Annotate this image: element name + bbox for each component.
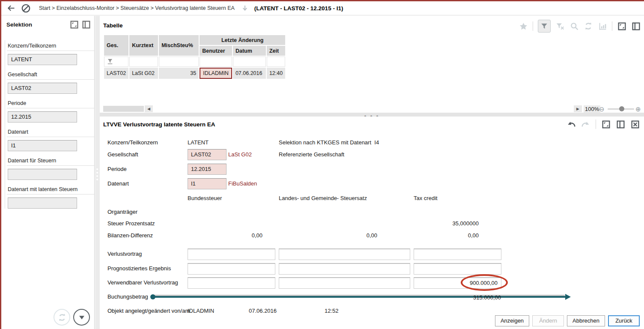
zoom-slider-thumb[interactable] xyxy=(619,106,624,111)
field-gesellschaft: Gesellschaft LAST02 xyxy=(7,72,94,94)
filter-cell-benutzer[interactable] xyxy=(200,57,232,67)
horizontal-scroll-row: ◀ ▶ 100% ⊖ ⊕ xyxy=(103,105,641,113)
konzern-input[interactable]: LATENT xyxy=(8,54,77,65)
periode-input[interactable]: 12.2015 xyxy=(188,164,227,175)
objekt-user: IDLADMIN xyxy=(188,307,214,315)
column-header-mischsteu[interactable]: MischSteu% xyxy=(159,35,199,56)
column-landes-gemeinde: Landes- und Gemeinde- Steuersatz xyxy=(279,194,367,202)
expand-icon[interactable] xyxy=(617,21,626,31)
verwendbar-input-1[interactable] xyxy=(188,277,275,289)
application-window: Start > Einzelabschluss-Monitor > Steuer… xyxy=(0,0,644,329)
bilanz-bundessteuer-value: 0,00 xyxy=(188,232,262,239)
detail-row-organtraeger: Organträger xyxy=(100,208,644,216)
detail-panel-title: LTVVE Verlustvortrag latente Steuern EA xyxy=(103,121,215,128)
undo-icon[interactable] xyxy=(566,120,576,129)
detail-row-konzern: Konzern/Teilkonzern LATENT Selektion nac… xyxy=(100,137,644,148)
field-konzern: Konzern/Teilkonzern LATENT xyxy=(7,43,94,65)
periode-input[interactable]: 12.2015 xyxy=(8,111,77,123)
verlustvortrag-input-1[interactable] xyxy=(188,248,275,260)
verlustvortrag-input-2[interactable] xyxy=(279,248,410,260)
vertical-splitter[interactable] xyxy=(95,16,100,329)
refresh-icon[interactable] xyxy=(584,21,593,31)
datenart-input[interactable]: I1 xyxy=(188,178,227,189)
block-icon[interactable] xyxy=(20,3,31,14)
field-label: Periode xyxy=(7,100,94,108)
scrollbar-thumb[interactable] xyxy=(103,106,144,112)
detail-toolbar xyxy=(566,120,640,129)
table-row[interactable]: LAST02 LaSt G02 35 IDLADMIN 07.06.2016 1… xyxy=(104,68,285,79)
column-bundessteuer: Bundessteuer xyxy=(188,194,222,202)
column-header-datum[interactable]: Datum xyxy=(233,46,266,56)
gesellschaft-description: LaSt G02 xyxy=(228,149,252,160)
column-header-kurztext[interactable]: Kurztext xyxy=(129,35,158,56)
panel-layout-icon[interactable] xyxy=(82,20,91,29)
zurueck-button[interactable]: Zurück xyxy=(608,315,640,326)
detail-row-verwendbar: Verwendbarer Verlustvortrag 900.000,00 xyxy=(100,277,644,289)
anzeigen-button[interactable]: Anzeigen xyxy=(495,315,529,326)
detail-row-objekt: Objekt angelegt/geändert von/am IDLADMIN… xyxy=(100,307,644,315)
toolbar-separator xyxy=(596,120,596,129)
column-group-letzte-aenderung[interactable]: Letzte Änderung xyxy=(200,35,285,45)
refresh-circle-icon[interactable] xyxy=(54,309,70,326)
datenart-latente-input[interactable] xyxy=(8,197,77,209)
scroll-right-icon[interactable]: ▶ xyxy=(574,105,582,112)
prognose-input-1[interactable] xyxy=(188,263,275,275)
verlustvortrag-input-3[interactable] xyxy=(414,248,501,260)
cell-ges[interactable]: LAST02 xyxy=(104,68,128,79)
zoom-in-icon[interactable]: ⊕ xyxy=(635,105,641,113)
close-icon[interactable] xyxy=(630,120,640,129)
detail-row-bilanz: Bilanzen-Differenz 0,00 0,00 0,00 xyxy=(100,232,644,239)
objekt-time: 12:52 xyxy=(325,307,339,315)
breadcrumb[interactable]: Start > Einzelabschluss-Monitor > Steuer… xyxy=(39,5,235,11)
zoom-out-icon[interactable]: ⊖ xyxy=(599,105,605,113)
expand-icon[interactable] xyxy=(70,20,79,29)
gesellschaft-input[interactable]: LAST02 xyxy=(188,149,227,160)
filter-cell-ges[interactable] xyxy=(104,57,128,67)
column-header-zeit[interactable]: Zeit xyxy=(267,46,285,56)
down-circle-icon[interactable] xyxy=(73,309,90,326)
detail-row-prognose: Prognostiziertes Ergebnis xyxy=(100,263,644,275)
chart-icon[interactable] xyxy=(598,21,607,31)
cell-datum[interactable]: 07.06.2016 xyxy=(233,68,266,79)
filter-cell-kurztext[interactable] xyxy=(129,57,158,67)
datenart-steuern-input[interactable] xyxy=(8,169,77,180)
gesellschaft-input[interactable]: LAST02 xyxy=(8,83,77,94)
detail-row-gesellschaft: Gesellschaft LAST02 LaSt G02 Referenzier… xyxy=(100,149,644,160)
column-tax-credit: Tax credit xyxy=(414,194,438,202)
selection-sidebar: Selektion Konzern/Teilkonzern LATENT Ges… xyxy=(1,16,95,329)
filter-row xyxy=(104,57,285,67)
row-label: Objekt angelegt/geändert von/am xyxy=(107,307,190,315)
cell-zeit[interactable]: 12:40 xyxy=(267,68,285,79)
abbrechen-button[interactable]: Abbrechen xyxy=(567,315,605,326)
datenart-input[interactable]: I1 xyxy=(8,140,77,151)
table-toolbar xyxy=(519,19,641,33)
cell-mischsteu[interactable]: 35 xyxy=(159,68,199,79)
cell-kurztext[interactable]: LaSt G02 xyxy=(129,68,158,79)
prognose-input-3[interactable] xyxy=(414,263,501,275)
scroll-left-icon[interactable]: ◀ xyxy=(145,105,153,112)
cell-benutzer-selected[interactable]: IDLADMIN xyxy=(200,68,232,79)
filter-icon[interactable] xyxy=(538,20,551,33)
star-icon[interactable] xyxy=(519,21,528,31)
filter-cell-mischsteu[interactable] xyxy=(159,57,199,67)
panel-layout-icon[interactable] xyxy=(616,120,625,129)
prognose-input-2[interactable] xyxy=(279,263,410,275)
bilanz-landes-value: 0,00 xyxy=(279,232,377,239)
column-header-ges[interactable]: Ges. xyxy=(104,35,128,56)
column-header-benutzer[interactable]: Benutzer xyxy=(200,46,232,56)
search-icon[interactable] xyxy=(569,21,579,31)
detail-row-periode: Periode 12.2015 xyxy=(100,164,644,175)
filter-cell-datum[interactable] xyxy=(233,57,266,67)
panel-layout-icon[interactable] xyxy=(631,21,641,31)
redo-icon[interactable] xyxy=(581,120,590,129)
back-icon[interactable] xyxy=(6,3,17,14)
toolbar-separator xyxy=(612,21,612,31)
aendern-button: Ändern xyxy=(532,315,564,326)
horizontal-splitter[interactable]: ● ● ● xyxy=(100,113,644,117)
filter-cell-zeit[interactable] xyxy=(267,57,285,67)
verwendbar-input-2[interactable] xyxy=(279,277,410,289)
breadcrumb-down-icon[interactable] xyxy=(242,4,248,12)
expand-icon[interactable] xyxy=(601,120,611,129)
filter-clear-icon[interactable] xyxy=(555,21,565,31)
filter-funnel-icon[interactable] xyxy=(107,58,113,64)
